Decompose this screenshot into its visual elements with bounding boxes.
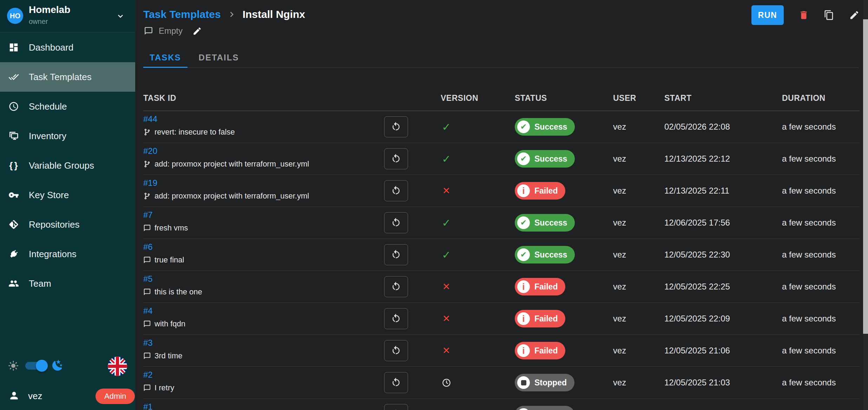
version-cell: ✓ ✕ [441,239,452,271]
rerun-button[interactable] [384,212,408,233]
current-user[interactable]: vez Admin [0,385,135,410]
rerun-button[interactable] [384,148,408,169]
scrollbar-thumb[interactable] [863,19,868,334]
status-badge: ✔ i Failed [515,342,565,359]
braces-icon: { } [8,160,20,171]
copy-icon[interactable] [824,10,834,20]
version-cell: ✓ ✕ [441,335,452,366]
duration-cell: a few seconds [782,346,836,356]
rerun-button[interactable] [384,340,408,361]
status-icon: ✔ i [517,184,530,197]
task-message-text: add: proxmox project with terraform_user… [154,160,309,169]
rerun-button[interactable] [384,372,408,393]
toggle-thumb[interactable] [36,360,48,372]
duration-cell: a few seconds [782,378,836,388]
done-all-icon [8,71,20,83]
table-row: #4 with fqdn ✓ ✕ ✔ i [143,303,860,335]
tab-details[interactable]: DETAILS [192,48,245,67]
rerun-button[interactable] [384,276,408,297]
run-button[interactable]: RUN [751,5,784,25]
tab-tasks[interactable]: TASKS [143,48,188,67]
key-icon [8,189,20,201]
task-link[interactable]: #7 [143,210,153,220]
start-cell: 12/05/2025 22:25 [664,282,730,292]
version-check-icon: ✓ [442,153,451,165]
task-message-text: 3rd time [154,351,182,360]
start-cell: 02/05/2026 22:08 [664,122,730,132]
status-cell: ✔ i Failed [515,310,565,327]
edit-description-icon[interactable] [192,26,202,36]
task-link[interactable]: #6 [143,242,153,252]
sidebar-item-key-store[interactable]: Key Store [0,180,135,210]
status-badge: ✔ i Stopped [515,406,574,410]
task-link[interactable]: #1 [143,402,153,410]
project-switcher[interactable]: HO Homelab owner [0,0,135,32]
version-cross-icon: ✕ [442,345,451,356]
table-row: #3 3rd time ✓ ✕ ✔ i [143,335,860,367]
start-cell: 12/13/2025 22:11 [664,186,729,196]
status-label: Failed [534,314,558,324]
task-link[interactable]: #5 [143,274,153,284]
sidebar-item-dashboard[interactable]: Dashboard [0,33,135,62]
user-cell: vez [613,378,626,388]
version-cell: ✓ ✕ [441,111,452,143]
task-link[interactable]: #20 [143,146,157,156]
dark-mode-toggle[interactable] [25,362,46,370]
status-cell: ✔ i Success [515,118,575,136]
sidebar-item-variable-groups[interactable]: { } Variable Groups [0,151,135,180]
status-icon: ✔ i [517,152,530,165]
task-link[interactable]: #19 [143,178,157,188]
start-cell: 12/06/2025 17:56 [664,218,730,228]
rerun-button[interactable] [384,404,408,410]
status-cell: ✔ i Success [515,214,575,232]
sidebar-item-inventory[interactable]: Inventory [0,121,135,151]
task-message: add: proxmox project with terraform_user… [143,158,309,170]
task-link[interactable]: #4 [143,306,153,316]
rerun-button[interactable] [384,116,408,137]
sidebar-item-repositories[interactable]: Repositories [0,210,135,239]
description-text: Empty [159,26,183,36]
sidebar-item-schedule[interactable]: Schedule [0,92,135,121]
delete-icon[interactable] [798,10,809,20]
sidebar-item-integrations[interactable]: Integrations [0,239,135,269]
sidebar-item-task-templates[interactable]: Task Templates [0,62,135,92]
task-message: 3rd time [143,350,182,362]
sidebar-item-team[interactable]: Team [0,269,135,298]
message-bubble-icon [144,26,153,35]
message-bubble-icon [143,224,151,232]
column-header-duration: DURATION [782,93,826,103]
sidebar-item-label: Integrations [29,249,77,260]
git-icon [8,219,20,230]
rerun-button[interactable] [384,180,408,201]
template-description: Empty [144,26,202,36]
task-link[interactable]: #3 [143,338,153,348]
rerun-button[interactable] [384,308,408,329]
task-link[interactable]: #2 [143,370,153,380]
chevron-down-icon[interactable] [116,11,125,21]
status-icon: ✔ i [517,248,530,261]
moon-icon [51,359,64,372]
breadcrumb-task-templates-link[interactable]: Task Templates [143,8,221,20]
duration-cell: a few seconds [782,218,836,228]
status-cell: ✔ i Failed [515,182,565,200]
table-row: #2 I retry ✓ ✕ ✔ i [143,367,860,399]
column-header-status: STATUS [515,93,547,103]
edit-icon[interactable] [849,10,860,20]
task-message: true final [143,254,184,266]
sidebar-item-label: Inventory [29,131,66,142]
scrollbar[interactable] [863,0,868,410]
duration-cell: a few seconds [782,154,836,164]
version-cell: ✓ ✕ [441,271,452,302]
status-cell: ✔ i Failed [515,278,565,295]
task-table-body: #44 revert: insecure to false ✓ ✕ ✔ [143,111,860,410]
duration-cell: a few seconds [782,122,836,132]
language-flag-uk[interactable] [108,357,127,376]
plug-icon [8,248,20,260]
task-message-text: true final [154,255,184,265]
status-badge: ✔ i Success [515,246,575,263]
task-link[interactable]: #44 [143,114,157,124]
start-cell: 12/13/2025 22:12 [664,154,730,164]
rerun-button[interactable] [384,244,408,265]
status-icon: ✔ i [517,376,530,389]
status-label: Failed [534,346,558,356]
